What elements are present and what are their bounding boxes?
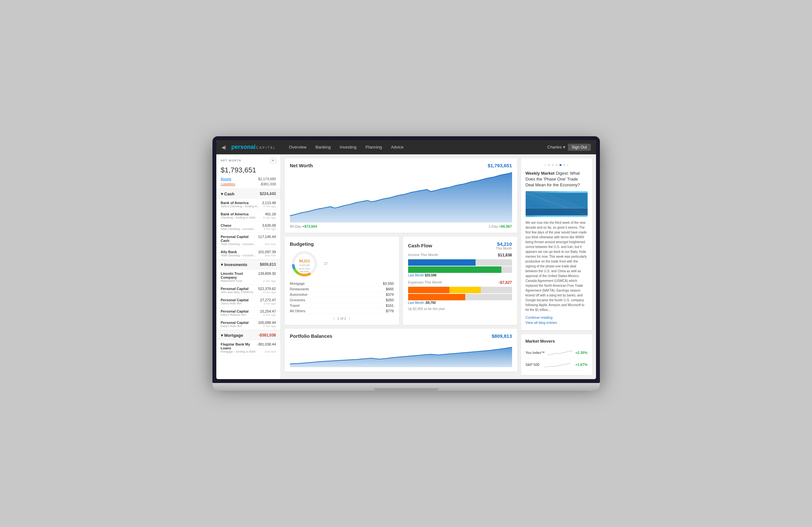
article-next-button[interactable]: › (567, 163, 568, 167)
chart-90d-label: 90-Day +$73,664 (290, 225, 317, 228)
budgeting-title: Budgeting (290, 241, 314, 247)
list-item: Automotive $374 (290, 292, 394, 297)
cash-section-title: ▾ Cash (221, 191, 235, 196)
donut-area: $4,211 of $10,200 $1134 under last month… (290, 249, 394, 279)
portfolio-title: Portfolio Balances (290, 333, 333, 339)
chart-1d-value: +$6,967 (499, 225, 512, 228)
liabilities-link[interactable]: Liabilities (221, 182, 235, 186)
last-month-expenses-bar (408, 294, 512, 300)
you-index-sparkline (547, 349, 573, 356)
market-item-you-index: You Index™ +2.30% (526, 347, 588, 359)
article-body: We are now into the third week of the ne… (526, 220, 588, 312)
cashflow-card: Cash Flow $4,210 This Month (403, 237, 517, 325)
article-dot-2[interactable] (552, 164, 554, 166)
cash-section: ▾ Cash $224,443 Bank of America2,113.48 … (216, 189, 280, 259)
article-title: Weekly Market Digest: What Does the 'Pha… (526, 171, 588, 188)
continue-reading-link[interactable]: Continue reading (526, 315, 588, 319)
logo-capital: CAPITAL (256, 146, 276, 149)
screen-inner: ◀| personal CAPITAL Overview Banking Inv… (216, 140, 596, 380)
chart-90d-value: +$73,664 (302, 225, 317, 228)
list-item: All Others $779 (290, 309, 394, 314)
nav-investing[interactable]: Investing (340, 145, 357, 149)
net-worth-svg (290, 171, 512, 223)
sp500-sparkline (542, 361, 573, 368)
list-item[interactable]: Flagstar Bank My Loans-381,038.44 Mortga… (216, 340, 280, 356)
income-bar-remaining (476, 259, 512, 266)
expenses-bar-remaining (481, 287, 512, 293)
cash-section-header[interactable]: ▾ Cash $224,443 (216, 189, 280, 199)
svg-text:$1134 under: $1134 under (299, 268, 310, 270)
mortgage-section-title: ▾ Mortgage (221, 333, 244, 338)
budget-pagination: ‹ 1 of 2 › (290, 316, 394, 321)
signout-button[interactable]: Sign Out (568, 144, 591, 151)
cash-accounts: Bank of America2,113.48 John's Checking … (216, 199, 280, 259)
nav-user-dropdown-icon: ▾ (563, 145, 565, 149)
list-item[interactable]: Personal Capital15,254.47 Mary's Rollove… (216, 308, 280, 319)
nav-username: Charles (547, 145, 562, 149)
list-item: Groceries $283 (290, 297, 394, 303)
chart-1d-label: 1-Day +$6,967 (489, 225, 512, 228)
article-prev-button[interactable]: ‹ (545, 163, 546, 167)
investments-accounts: Lincoln Trust Company139,809.30 Retireme… (216, 270, 280, 330)
cashflow-title: Cash Flow (408, 243, 432, 248)
income-label: Income This Month (408, 253, 438, 257)
income-bar-current (408, 259, 476, 266)
nav-overview[interactable]: Overview (289, 145, 306, 149)
income-value: $11,838 (498, 253, 512, 258)
list-item: Restaurants $665 (290, 286, 394, 292)
portfolio-header: Portfolio Balances $809,813 (290, 333, 512, 339)
net-worth-chart (290, 171, 512, 223)
donut-svg: $4,211 of $10,200 $1134 under last month (290, 249, 319, 279)
list-item[interactable]: Personal Capital105,099.44 Mary's Roth I… (216, 319, 280, 330)
cash-amount: $224,443 (260, 191, 276, 196)
article-dot-3[interactable] (556, 164, 557, 166)
list-item[interactable]: Personal Capital Cash117,145.44 Total Ch… (216, 233, 280, 248)
list-item: Mortgage $3,550 (290, 281, 394, 286)
article-card: ‹ › Weekly Market (521, 158, 592, 331)
article-dot-4[interactable] (560, 164, 562, 166)
svg-text:$4,211: $4,211 (299, 259, 310, 263)
list-item[interactable]: Lincoln Trust Company139,809.30 Retireme… (216, 270, 280, 285)
assets-link[interactable]: Assets (221, 177, 232, 181)
cashflow-value: $4,210 (496, 241, 512, 247)
investments-amount: $809,813 (260, 262, 276, 267)
view-all-blog-link[interactable]: View all blog entries (526, 321, 588, 325)
add-account-button[interactable]: + (270, 158, 276, 163)
nav-planning[interactable]: Planning (365, 145, 382, 149)
right-panel: ‹ › Weekly Market (521, 158, 592, 375)
laptop-screen: ◀| personal CAPITAL Overview Banking Inv… (213, 136, 600, 383)
list-item[interactable]: Personal Capital27,272.47 John's Roth IR… (216, 296, 280, 308)
list-item[interactable]: Personal Capital522,379.62 John and Mary… (216, 285, 280, 296)
list-item: Travel $161 (290, 303, 394, 309)
article-dot-1[interactable] (548, 164, 550, 166)
nav-banking[interactable]: Banking (316, 145, 331, 149)
article-dot-5[interactable] (563, 164, 565, 166)
mortgage-section-header[interactable]: ▾ Mortgage -$381,038 (216, 330, 280, 340)
nav-advice[interactable]: Advice (391, 145, 404, 149)
budget-prev-button[interactable]: ‹ (334, 316, 335, 321)
list-item[interactable]: Chase3,626.09 Total Checking – Account..… (216, 222, 280, 233)
portfolio-svg (290, 341, 512, 367)
laptop-base (213, 383, 600, 391)
nav-links: Overview Banking Investing Planning Advi… (289, 145, 547, 149)
nav-back-button[interactable]: ◀| (221, 145, 226, 150)
list-item[interactable]: Ally Bank101,097.39 Total Checking – Acc… (216, 248, 280, 259)
last-month-income-bar-remaining (502, 267, 512, 273)
net-worth-card: Net Worth $1,793,651 (285, 158, 517, 233)
nav-logo: personal CAPITAL (231, 144, 276, 151)
nav-user[interactable]: Charles ▾ (547, 145, 565, 149)
sidebar-header: NET WORTH + (216, 154, 280, 165)
mortgage-amount: -$381,038 (258, 333, 276, 338)
net-worth-header: Net Worth $1,793,651 (290, 163, 512, 168)
expenses-bar-yellow (449, 287, 481, 293)
list-item[interactable]: Bank of America461.18 Checking – Ending … (216, 210, 280, 222)
list-item[interactable]: Bank of America2,113.48 John's Checking … (216, 199, 280, 210)
cashflow-header: Cash Flow $4,210 This Month (408, 241, 512, 250)
liabilities-value: -$381,038 (260, 182, 276, 186)
budget-next-button[interactable]: › (349, 316, 350, 321)
net-worth-value: $1,793,651 (488, 163, 512, 168)
budget-page-indicator: 1 of 2 (337, 316, 346, 321)
sidebar: NET WORTH + $1,793,651 Assets $2,174,689… (216, 154, 281, 380)
investments-section-header[interactable]: ▾ Invesments $809,813 (216, 260, 280, 270)
budgeting-card: Budgeting $4,211 (285, 237, 399, 325)
